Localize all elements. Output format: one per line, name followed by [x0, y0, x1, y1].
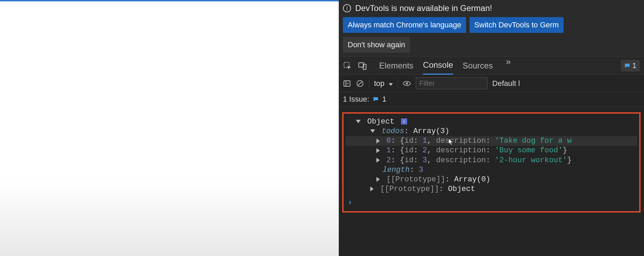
property-value: 3 — [419, 166, 423, 174]
disclosure-triangle-icon[interactable] — [356, 120, 361, 123]
chevron-down-icon — [387, 79, 393, 88]
message-icon — [373, 96, 379, 102]
prototype-row[interactable]: [[Prototype]]: Array(0) — [346, 175, 637, 184]
colon: : — [486, 137, 495, 145]
array-item-row[interactable]: 0: {id: 1, description: 'Take dog for a … — [346, 136, 637, 146]
length-row[interactable]: length: 3 — [346, 165, 637, 175]
disclosure-triangle-icon[interactable] — [376, 139, 380, 143]
prop-value: '2-hour workout' — [495, 156, 567, 165]
colon: : — [486, 156, 495, 165]
browser-page — [0, 0, 339, 256]
tab-elements[interactable]: Elements — [379, 56, 413, 75]
issues-counter-value: 1 — [632, 61, 636, 70]
devtools-panel: i DevTools is now available in German! A… — [339, 0, 644, 256]
context-selector-label: top — [374, 79, 385, 88]
issues-label: 1 Issue: — [343, 95, 369, 104]
colon: : — [391, 156, 400, 165]
highlighted-output: Object i todos: Array(3) 0: {id: 1, desc… — [342, 112, 641, 213]
brace: { — [400, 137, 404, 145]
switch-language-button[interactable]: Switch DevTools to Germ — [469, 17, 564, 33]
property-value: Object — [448, 185, 475, 193]
property-key: length — [383, 166, 410, 174]
brace: { — [400, 156, 404, 165]
prop-label: description — [436, 146, 486, 155]
prop-label: id — [404, 137, 413, 145]
prop-value: 2 — [423, 146, 427, 155]
issues-count[interactable]: 1 — [382, 95, 386, 104]
property-key: [[Prototype]] — [386, 175, 445, 184]
brace: } — [567, 156, 571, 165]
brace: } — [563, 146, 567, 155]
svg-point-8 — [406, 82, 408, 85]
banner-message: DevTools is now available in German! — [355, 3, 492, 13]
colon: : — [413, 156, 422, 165]
svg-line-6 — [358, 81, 362, 86]
colon: : — [486, 146, 495, 155]
filter-input[interactable] — [416, 77, 488, 89]
object-row[interactable]: Object i — [346, 117, 637, 127]
issues-counter-button[interactable]: 1 — [621, 60, 640, 72]
property-value: Array(3) — [413, 127, 450, 136]
array-index: 1 — [386, 146, 391, 155]
disclosure-triangle-icon[interactable] — [370, 129, 375, 133]
tabs-overflow-icon[interactable]: » — [506, 56, 511, 75]
comma: , — [427, 146, 436, 155]
info-icon: i — [343, 4, 351, 12]
dismiss-banner-button[interactable]: Don't show again — [343, 37, 410, 53]
colon: : — [410, 166, 418, 174]
prototype-row[interactable]: [[Prototype]]: Object — [346, 184, 637, 194]
property-value: Array(0) — [454, 175, 490, 184]
colon: : — [413, 137, 422, 145]
array-index: 0 — [386, 137, 391, 145]
tabs-container: Elements Console Sources » — [379, 56, 511, 75]
todos-row[interactable]: todos: Array(3) — [346, 127, 637, 136]
tab-console[interactable]: Console — [423, 56, 453, 75]
disclosure-triangle-icon[interactable] — [376, 158, 380, 163]
console-output: Object i todos: Array(3) 0: {id: 1, desc… — [339, 107, 644, 256]
brace: { — [400, 146, 404, 155]
disclosure-triangle-icon[interactable] — [376, 148, 380, 153]
comma: , — [427, 156, 436, 165]
devtools-tabbar: Elements Console Sources » 1 — [339, 56, 644, 75]
live-expression-icon[interactable] — [403, 79, 411, 88]
disclosure-triangle-icon[interactable] — [376, 177, 380, 182]
language-banner: i DevTools is now available in German! A… — [339, 0, 644, 56]
prop-value: 1 — [423, 137, 427, 145]
property-key: todos — [382, 127, 404, 136]
colon: : — [439, 185, 448, 193]
prop-label: id — [404, 146, 413, 155]
console-prompt[interactable]: › — [346, 198, 637, 208]
prop-label: description — [436, 137, 486, 145]
colon: : — [445, 175, 454, 184]
match-language-button[interactable]: Always match Chrome's language — [343, 17, 466, 33]
prop-value: 'Buy some food' — [495, 146, 563, 155]
colon: : — [391, 137, 400, 145]
array-item-row[interactable]: 2: {id: 3, description: '2-hour workout'… — [346, 156, 637, 165]
disclosure-triangle-icon[interactable] — [370, 187, 374, 191]
array-index: 2 — [386, 156, 391, 165]
tab-sources[interactable]: Sources — [463, 56, 493, 75]
svg-rect-3 — [344, 81, 350, 86]
property-key: [[Prototype]] — [380, 185, 439, 193]
inspect-element-icon[interactable] — [343, 61, 352, 70]
array-item-row[interactable]: 1: {id: 2, description: 'Buy some food'} — [346, 146, 637, 155]
info-badge-icon[interactable]: i — [401, 118, 407, 125]
colon: : — [391, 146, 400, 155]
separator — [398, 79, 398, 88]
colon: : — [404, 127, 413, 136]
prop-label: description — [436, 156, 486, 165]
log-levels-selector[interactable]: Default l — [492, 79, 520, 88]
prop-label: id — [404, 156, 413, 165]
console-toolbar: top Default l — [339, 75, 644, 92]
comma: , — [427, 137, 436, 145]
prop-value: 'Take dog for a w — [495, 137, 571, 145]
object-label: Object — [367, 117, 394, 126]
prop-value: 3 — [423, 156, 427, 165]
clear-console-icon[interactable] — [356, 79, 364, 88]
sidebar-toggle-icon[interactable] — [343, 79, 351, 88]
separator — [369, 79, 369, 88]
colon: : — [413, 146, 422, 155]
issues-subbar: 1 Issue: 1 — [339, 92, 644, 107]
device-toolbar-icon[interactable] — [358, 61, 367, 70]
context-selector[interactable]: top — [374, 79, 393, 88]
